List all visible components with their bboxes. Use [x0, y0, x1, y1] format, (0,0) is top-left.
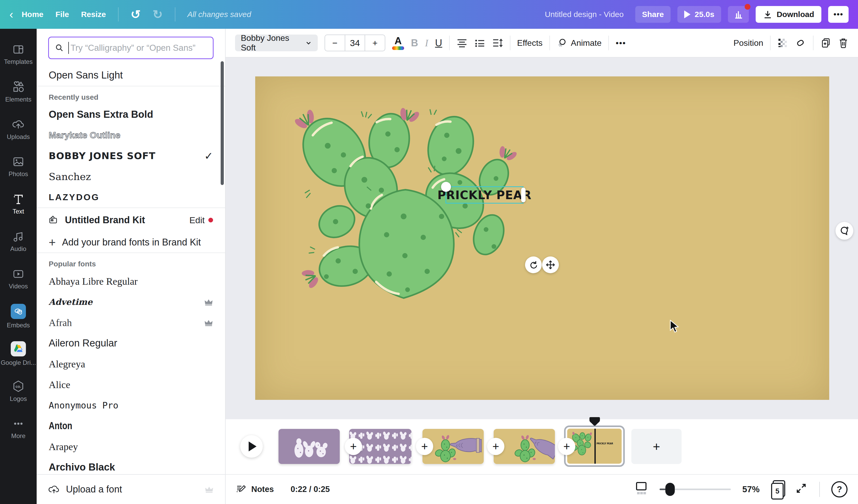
videos-icon — [12, 268, 24, 280]
insights-button[interactable] — [728, 6, 749, 23]
resize-handle-corner[interactable] — [441, 182, 451, 192]
audio-icon — [12, 230, 24, 243]
font-item-alice[interactable]: Alice — [37, 374, 225, 395]
panel-scrollbar[interactable] — [221, 61, 224, 185]
rainbow-color-bar — [392, 46, 404, 50]
font-family-dropdown[interactable]: Bobby Jones Soft — [235, 35, 318, 51]
design-page[interactable] — [255, 77, 829, 400]
rotate-icon — [529, 260, 538, 270]
italic-button[interactable]: I — [425, 37, 428, 49]
selected-text-element[interactable]: PRICKLY PEAR — [445, 186, 524, 204]
add-page-button[interactable]: + — [631, 429, 682, 464]
animate-button[interactable]: Animate — [557, 38, 602, 48]
download-button[interactable]: Download — [756, 6, 821, 23]
rotate-handle[interactable] — [525, 257, 542, 273]
text-align-button[interactable] — [457, 38, 467, 48]
font-item-aileron[interactable]: Aileron Regular — [37, 333, 225, 354]
font-size-value[interactable]: 34 — [345, 35, 365, 51]
toolbar-more-button[interactable]: ••• — [616, 38, 626, 48]
font-item-lazydog[interactable]: LAZYDOG — [37, 187, 225, 208]
sidebar-item-audio[interactable]: Audio — [0, 223, 37, 260]
sidebar-item-embeds[interactable]: Embeds — [0, 297, 37, 335]
play-preview-button[interactable]: 25.0s — [678, 6, 721, 23]
font-search-input[interactable] — [70, 43, 207, 53]
sidebar-item-google-drive[interactable]: Google Dri... — [0, 335, 37, 372]
add-page-between-button[interactable]: + — [487, 438, 504, 455]
link-button[interactable] — [795, 38, 806, 48]
font-size-increase[interactable]: + — [365, 35, 385, 51]
font-item-advetime[interactable]: Advetime — [37, 292, 225, 312]
file-menu[interactable]: File — [55, 10, 69, 19]
move-handle[interactable] — [542, 257, 559, 273]
list-button[interactable] — [474, 38, 485, 48]
font-item-anonymous-pro[interactable]: Anonymous Pro — [37, 395, 225, 416]
playhead-marker[interactable] — [589, 416, 601, 426]
font-item-bobby-jones-soft[interactable]: BOBBY JONES SOFT ✓ — [37, 146, 225, 166]
help-button[interactable]: ? — [831, 481, 847, 498]
resize-menu[interactable]: Resize — [81, 10, 106, 19]
ellipsis-icon: ••• — [833, 10, 843, 19]
zoom-slider-knob[interactable] — [665, 483, 675, 496]
sidebar-item-uploads[interactable]: Uploads — [0, 110, 37, 148]
fullscreen-button[interactable] — [795, 482, 808, 497]
bold-button[interactable]: B — [411, 37, 418, 49]
add-page-between-button[interactable]: + — [416, 438, 433, 455]
document-title[interactable]: Untitled design - Video — [545, 10, 623, 19]
brand-kit-row[interactable]: co Untitled Brand Kit Edit — [37, 208, 225, 232]
font-item-open-sans-extra-bold[interactable]: Open Sans Extra Bold — [37, 104, 225, 125]
sidebar-item-videos[interactable]: Videos — [0, 260, 37, 297]
brand-kit-edit-button[interactable]: Edit — [189, 215, 213, 225]
spacing-button[interactable] — [492, 38, 503, 48]
google-drive-icon — [11, 341, 26, 356]
plus-icon: + — [49, 236, 56, 248]
font-search-box[interactable] — [48, 37, 213, 59]
add-page-between-button[interactable]: + — [558, 438, 575, 455]
resize-handle-side[interactable] — [521, 188, 526, 202]
font-item-arapey[interactable]: Arapey — [37, 436, 225, 457]
play-icon — [684, 11, 690, 18]
add-page-between-button[interactable]: + — [345, 438, 362, 455]
share-button[interactable]: Share — [635, 6, 671, 23]
page-thumbnail-1[interactable] — [279, 429, 340, 464]
page-count-button[interactable]: 5 — [771, 482, 783, 497]
font-item-alegreya[interactable]: Alegreya — [37, 354, 225, 374]
grid-view-button[interactable] — [634, 481, 648, 498]
upload-font-button[interactable]: Upload a font — [37, 474, 225, 504]
notes-button[interactable]: Notes — [236, 484, 274, 494]
duplicate-button[interactable] — [820, 37, 831, 48]
save-status: All changes saved — [187, 10, 251, 19]
redo-icon[interactable]: ↺ — [153, 9, 163, 20]
font-item-sanchez[interactable]: Sanchez — [37, 166, 225, 187]
back-chevron-icon[interactable]: ‹ — [10, 9, 13, 20]
timeline: + + — [226, 419, 858, 474]
transparency-button[interactable] — [777, 38, 788, 48]
text-color-button[interactable]: A — [392, 36, 404, 50]
effects-button[interactable]: Effects — [517, 38, 543, 48]
zoom-level[interactable]: 57% — [742, 484, 760, 494]
playhead-line[interactable] — [594, 429, 596, 464]
timeline-play-button[interactable] — [240, 435, 263, 458]
more-menu-button[interactable]: ••• — [828, 6, 848, 23]
underline-button[interactable]: U — [435, 37, 442, 49]
undo-icon[interactable]: ↺ — [131, 9, 141, 20]
position-button[interactable]: Position — [733, 38, 763, 48]
sidebar-item-more[interactable]: More — [0, 410, 37, 447]
font-item-afrah[interactable]: Afrah — [37, 312, 225, 333]
font-item-abhaya-libre[interactable]: Abhaya Libre Regular — [37, 271, 225, 292]
zoom-slider[interactable] — [660, 489, 731, 490]
sidebar-item-logos[interactable]: co. Logos — [0, 372, 37, 410]
home-button[interactable]: Home — [22, 10, 44, 19]
current-font-item[interactable]: Open Sans Light — [37, 64, 225, 86]
sidebar-item-elements[interactable]: Elements — [0, 73, 37, 110]
font-item-marykate-outline[interactable]: Marykate Outline — [37, 125, 225, 146]
grid-view-icon — [634, 481, 648, 495]
sidebar-item-photos[interactable]: Photos — [0, 148, 37, 185]
sidebar-item-templates[interactable]: Templates — [0, 36, 37, 73]
font-size-decrease[interactable]: − — [325, 35, 345, 51]
sidebar-item-text[interactable]: Text — [0, 185, 37, 223]
canvas-text[interactable]: PRICKLY PEAR — [438, 189, 531, 202]
add-comment-button[interactable] — [836, 222, 853, 240]
font-item-anton[interactable]: Anton — [37, 416, 225, 436]
add-brand-fonts-button[interactable]: + Add your brand fonts in Brand Kit — [37, 232, 225, 253]
delete-button[interactable] — [838, 37, 848, 48]
